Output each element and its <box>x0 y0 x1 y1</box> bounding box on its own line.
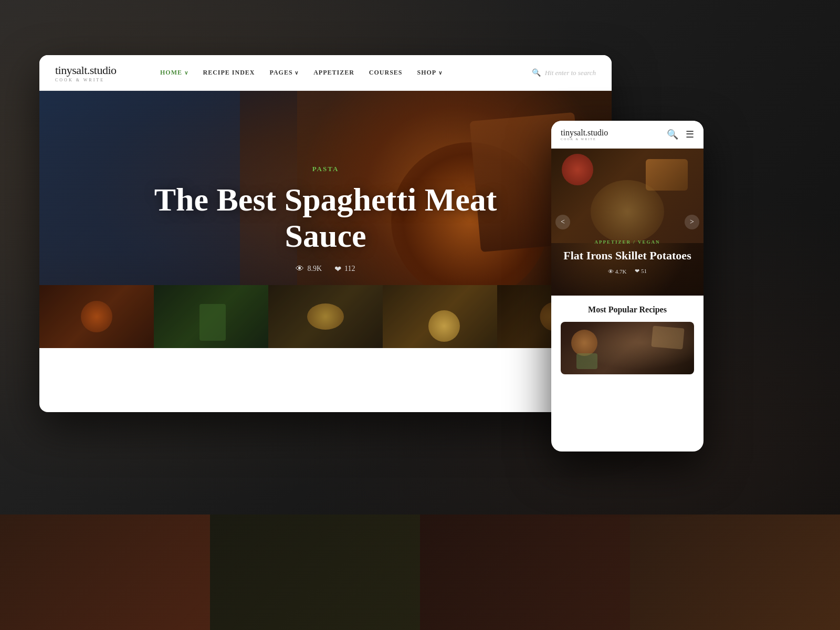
background-food-strip <box>0 514 840 630</box>
views-icon: 👁 <box>296 264 304 274</box>
bg-food-2 <box>210 514 420 630</box>
navbar: tinysalt.studio COOK & WRITE HOME RECIPE… <box>39 55 612 91</box>
search-placeholder: Hit enter to search <box>545 69 596 77</box>
hero-stats: 👁 8.9K ❤ 112 <box>296 264 355 274</box>
mobile-hero-stats: 👁 4.7K ❤ 51 <box>562 268 693 275</box>
bg-food-1 <box>0 514 210 630</box>
mobile-logo-tagline: COOK & WRITE <box>561 138 608 141</box>
thumbnail-2[interactable] <box>154 285 268 348</box>
hero-views: 👁 8.9K <box>296 264 322 274</box>
thumbnail-strip <box>39 285 612 348</box>
mobile-next-button[interactable]: > <box>685 215 699 229</box>
mobile-hero: < > APPETIZER / VEGAN Flat Irons Skillet… <box>551 149 704 296</box>
mobile-search-icon[interactable]: 🔍 <box>667 129 678 140</box>
mobile-popular-section: Most Popular Recipes <box>551 296 704 384</box>
likes-icon: ❤ <box>334 264 341 274</box>
logo-name: tinysalt.studio <box>55 64 139 77</box>
hero-section: PASTA The Best Spaghetti Meat Sauce 👁 8.… <box>39 91 612 348</box>
popular-section-title: Most Popular Recipes <box>561 305 694 314</box>
bg-food-3 <box>420 514 630 630</box>
views-count: 8.9K <box>307 265 322 273</box>
mobile-nav-icons: 🔍 ☰ <box>667 129 694 140</box>
nav-link-recipe-index[interactable]: RECIPE INDEX <box>203 69 255 77</box>
mobile-window: tinysalt.studio COOK & WRITE 🔍 ☰ < > APP… <box>551 121 704 452</box>
search-icon: 🔍 <box>532 68 541 77</box>
mobile-logo-name: tinysalt.studio <box>561 128 608 138</box>
likes-count: 112 <box>344 265 355 273</box>
popular-recipe-image[interactable] <box>561 322 694 374</box>
search-area[interactable]: 🔍 Hit enter to search <box>532 68 596 77</box>
mobile-hero-category: APPETIZER / VEGAN <box>562 239 693 245</box>
nav-link-pages[interactable]: PAGES <box>270 69 299 77</box>
hero-title: The Best Spaghetti Meat Sauce <box>142 182 509 253</box>
nav-link-home[interactable]: HOME <box>160 69 188 77</box>
mobile-views: 👁 4.7K <box>608 268 626 275</box>
thumbnail-4[interactable] <box>383 285 497 348</box>
mobile-likes: ❤ 51 <box>635 268 647 275</box>
nav-links: HOME RECIPE INDEX PAGES APPETIZER COURSE… <box>160 69 532 77</box>
desktop-window: tinysalt.studio COOK & WRITE HOME RECIPE… <box>39 55 612 412</box>
mobile-hero-title: Flat Irons Skillet Potatoes <box>562 249 693 262</box>
hero-likes: ❤ 112 <box>334 264 355 274</box>
mobile-prev-button[interactable]: < <box>555 215 570 229</box>
nav-link-courses[interactable]: COURSES <box>369 69 403 77</box>
nav-link-appetizer[interactable]: APPETIZER <box>313 69 354 77</box>
logo-area[interactable]: tinysalt.studio COOK & WRITE <box>55 64 139 82</box>
logo-tagline: COOK & WRITE <box>55 78 139 82</box>
mobile-navbar: tinysalt.studio COOK & WRITE 🔍 ☰ <box>551 121 704 149</box>
thumbnail-3[interactable] <box>268 285 383 348</box>
mobile-logo[interactable]: tinysalt.studio COOK & WRITE <box>561 128 608 141</box>
mobile-menu-icon[interactable]: ☰ <box>686 129 694 140</box>
mobile-hero-content: APPETIZER / VEGAN Flat Irons Skillet Pot… <box>551 239 704 275</box>
nav-link-shop[interactable]: SHOP <box>417 69 443 77</box>
thumbnail-1[interactable] <box>39 285 154 348</box>
hero-category: PASTA <box>312 165 339 173</box>
bg-food-4 <box>630 514 840 630</box>
